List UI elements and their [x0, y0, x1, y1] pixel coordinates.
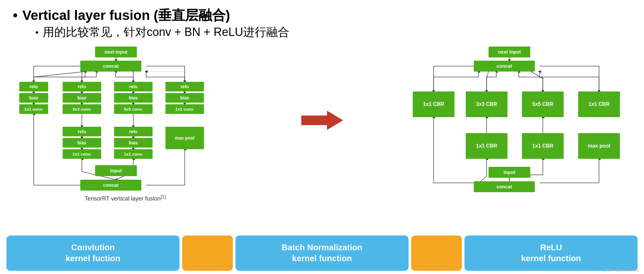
- svg-text:bias: bias: [129, 140, 138, 145]
- svg-rect-44: [114, 93, 153, 103]
- diagram-label: TensorRT vertical layer fusion[1]: [84, 194, 166, 202]
- svg-rect-46: [114, 104, 153, 114]
- svg-text:input: input: [504, 169, 516, 175]
- left-diagram: next input concat relu bias 1x1 conv. re…: [13, 47, 238, 194]
- svg-rect-83: [466, 133, 507, 159]
- svg-rect-89: [489, 167, 530, 178]
- svg-text:1x1 CBR: 1x1 CBR: [588, 101, 610, 107]
- svg-text:5x5 CBR: 5x5 CBR: [532, 101, 553, 107]
- svg-rect-79: [522, 91, 564, 117]
- svg-rect-36: [63, 127, 101, 136]
- bullet1: •: [13, 8, 18, 23]
- svg-text:1x1 conv.: 1x1 conv.: [175, 107, 194, 112]
- svg-rect-77: [466, 91, 507, 117]
- kernel-bar: Convlutionkernel fuction Batch Normaliza…: [0, 232, 644, 274]
- svg-rect-28: [19, 104, 48, 114]
- bn-kernel: Batch Normalizationkernel function: [235, 235, 409, 271]
- svg-text:3x3 CBR: 3x3 CBR: [476, 101, 497, 107]
- main-container: • Vertical layer fusion (垂直层融合) • 用的比较常见…: [0, 0, 644, 274]
- svg-text:relu: relu: [181, 84, 189, 89]
- relu-kernel-label: ReLUkernel function: [521, 242, 581, 264]
- svg-text:bias: bias: [129, 95, 138, 100]
- svg-text:1x1 CBR: 1x1 CBR: [532, 143, 553, 149]
- svg-rect-64: [80, 180, 141, 191]
- svg-rect-75: [413, 91, 454, 117]
- svg-rect-30: [63, 82, 101, 91]
- svg-rect-52: [114, 149, 153, 159]
- svg-marker-66: [301, 111, 343, 130]
- svg-rect-48: [114, 127, 153, 136]
- svg-text:relu: relu: [129, 84, 137, 89]
- svg-rect-85: [522, 133, 564, 159]
- svg-text:relu: relu: [30, 84, 38, 89]
- arrow-container: [296, 47, 348, 194]
- svg-text:1x1 conv.: 1x1 conv.: [73, 152, 91, 157]
- svg-text:input: input: [110, 168, 122, 173]
- svg-text:concat: concat: [103, 182, 119, 188]
- bn-kernel-label: Batch Normalizationkernel function: [282, 242, 362, 264]
- svg-text:concat: concat: [103, 63, 119, 69]
- title-line1: • Vertical layer fusion (垂直层融合): [13, 6, 631, 24]
- svg-rect-22: [80, 61, 141, 72]
- svg-rect-26: [19, 93, 48, 103]
- yellow-block-1: [182, 235, 233, 271]
- relu-kernel: ReLUkernel function: [464, 235, 638, 271]
- svg-rect-20: [95, 47, 137, 57]
- yellow-block-2: [411, 235, 462, 271]
- svg-text:max pool: max pool: [175, 135, 194, 141]
- svg-rect-62: [95, 165, 137, 176]
- right-diagram: next input concat 1x1 CBR 3x3 CBR 5x5 CB…: [406, 47, 631, 194]
- svg-text:1x1 CBR: 1x1 CBR: [476, 143, 497, 149]
- svg-text:1x1 CBR: 1x1 CBR: [423, 101, 444, 107]
- svg-rect-54: [165, 82, 204, 91]
- svg-text:concat: concat: [497, 184, 512, 189]
- svg-text:next input: next input: [498, 49, 521, 55]
- svg-rect-91: [474, 181, 535, 192]
- svg-text:1x1 conv.: 1x1 conv.: [24, 107, 43, 112]
- title-line2: • 用的比较常见，针对conv + BN + ReLU进行融合: [35, 24, 631, 40]
- svg-text:bias: bias: [77, 140, 86, 145]
- right-arrow-icon: [301, 111, 343, 130]
- svg-rect-24: [19, 82, 48, 91]
- svg-text:3x3 conv.: 3x3 conv.: [73, 107, 91, 112]
- svg-text:1x1 conv.: 1x1 conv.: [124, 152, 143, 157]
- conv-kernel-label: Convlutionkernel fuction: [66, 242, 120, 264]
- title-text-1: Vertical layer fusion (垂直层融合): [22, 6, 230, 24]
- svg-text:bias: bias: [180, 95, 189, 100]
- conv-kernel: Convlutionkernel fuction: [6, 235, 180, 271]
- svg-rect-32: [63, 93, 101, 103]
- diagram-area: next input concat relu bias 1x1 conv. re…: [13, 43, 631, 197]
- svg-rect-40: [63, 149, 101, 159]
- svg-rect-71: [489, 47, 530, 57]
- svg-rect-56: [165, 93, 204, 103]
- svg-text:5x5 conv.: 5x5 conv.: [124, 107, 143, 112]
- svg-text:relu: relu: [78, 129, 86, 134]
- svg-text:next input: next input: [104, 49, 128, 55]
- svg-rect-58: [165, 104, 204, 114]
- title-section: • Vertical layer fusion (垂直层融合) • 用的比较常见…: [13, 6, 631, 40]
- svg-text:relu: relu: [129, 129, 137, 134]
- svg-text:concat: concat: [497, 63, 512, 69]
- svg-rect-81: [578, 91, 620, 117]
- svg-text:max pool: max pool: [588, 143, 610, 149]
- svg-rect-60: [165, 127, 204, 149]
- title-text-2: 用的比较常见，针对conv + BN + ReLU进行融合: [43, 24, 289, 40]
- svg-text:bias: bias: [29, 95, 38, 100]
- svg-rect-42: [114, 82, 153, 91]
- watermark: CSDN @LeSoleil02: [603, 268, 639, 272]
- svg-text:relu: relu: [78, 84, 86, 89]
- svg-rect-87: [578, 133, 620, 159]
- svg-rect-38: [63, 138, 101, 148]
- svg-rect-34: [63, 104, 101, 114]
- bullet2: •: [35, 27, 39, 38]
- svg-rect-50: [114, 138, 153, 148]
- svg-text:bias: bias: [77, 95, 86, 100]
- svg-rect-73: [474, 61, 535, 72]
